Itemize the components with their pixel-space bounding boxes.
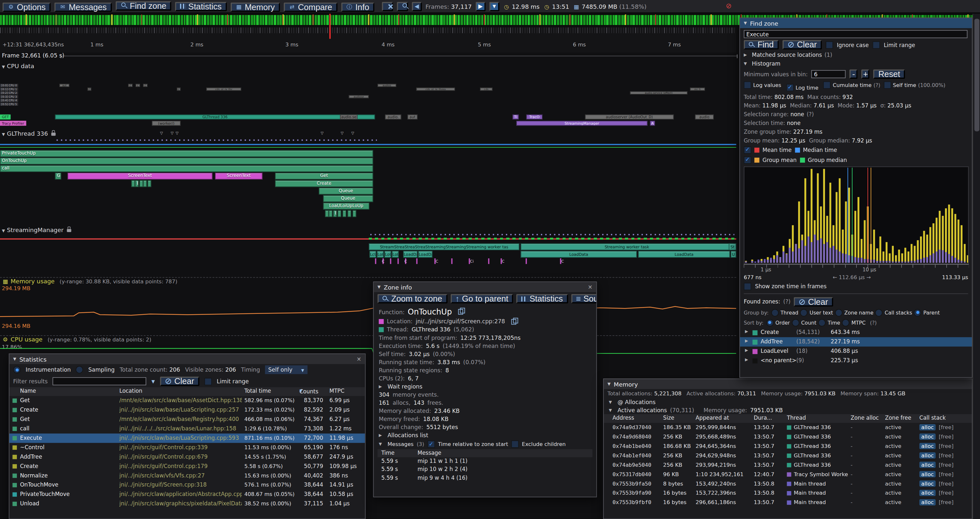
column-total-time[interactable]: Total time [245, 388, 271, 394]
gl-zone[interactable]: PrivateTouchUp [0, 150, 373, 157]
sample-dots[interactable] [55, 138, 377, 142]
column-zone-free[interactable]: Zone free [885, 415, 911, 421]
expand-arrow-icon[interactable]: ▶ [745, 338, 748, 343]
histogram-option-checkbox[interactable] [883, 81, 891, 89]
matched-locations-expander[interactable]: Matched source locations(1) [740, 51, 972, 59]
draw-mean-checkbox[interactable]: ✓ [744, 146, 751, 153]
expand-arrow-icon[interactable]: ▶ [745, 348, 748, 353]
zoom-frame-button[interactable] [489, 2, 500, 11]
time-relative-checkbox[interactable]: ✓ [427, 441, 435, 448]
toolbar-button[interactable]: Find zone [115, 1, 172, 10]
statistics-row[interactable]: PrivateTouchMove jni/../jni/src/claw/app… [10, 490, 365, 499]
cpu-thread-zone[interactable]: aut [407, 115, 418, 120]
gl-zone[interactable]: ScreenText [215, 172, 262, 179]
timeline-marker-icon[interactable]: ▽ [170, 131, 173, 135]
alloc-callstack-button[interactable]: alloc [920, 490, 935, 496]
statistics-row[interactable]: call jni/../jni/../../../src/claw/base/L… [10, 424, 365, 434]
cpu-zone[interactable]: č [135, 84, 140, 87]
message-tick[interactable] [434, 259, 435, 264]
streaming-zone[interactable]: LoadDaU [403, 251, 417, 258]
histogram-option-checkbox[interactable] [744, 81, 751, 89]
timeline-marker-icon[interactable]: ▽ [160, 131, 163, 135]
allocations-list-expander[interactable]: Allocations list [374, 431, 597, 439]
find-zone-query-input[interactable]: Execute [744, 30, 967, 38]
histogram-option-checkbox[interactable] [823, 81, 831, 89]
gl-zone[interactable]: E [333, 210, 337, 217]
found-zone-row[interactable]: ▶ Create (54,131) 643.34 ms [740, 327, 972, 337]
message-tick[interactable] [469, 259, 469, 264]
sort-by-radio[interactable] [766, 319, 773, 326]
found-zone-row[interactable]: ▶ LoadLevel (18) 406.88 µs [740, 347, 972, 356]
messages-expander[interactable]: Messages(3) ✓ Time relative to zone star… [374, 439, 597, 449]
ignore-case-checkbox[interactable] [826, 41, 833, 48]
cpu-zone[interactable]: ć [177, 88, 181, 91]
alloc-callstack-button[interactable]: alloc [920, 462, 935, 468]
sort-by-radio[interactable] [842, 319, 850, 326]
message-tick[interactable] [390, 259, 391, 264]
filter-input[interactable] [52, 377, 146, 385]
cpu-thread-zone[interactable]: StreamingManager [516, 121, 648, 126]
limit-range-checkbox[interactable] [204, 377, 212, 385]
message-tick[interactable] [452, 259, 452, 264]
message-tick[interactable] [501, 259, 502, 264]
bin-reset-button[interactable]: Reset [873, 69, 905, 79]
timeline-marker-icon[interactable]: ▽ [351, 131, 354, 135]
gl-zone[interactable]: ScreenText [67, 172, 212, 179]
alloc-callstack-button[interactable]: alloc [920, 443, 935, 449]
cpu-thread-zone[interactable]: TracO [526, 115, 542, 120]
statistics-titlebar[interactable]: ▼Statistics × [10, 354, 365, 364]
column-name[interactable]: Name [20, 388, 36, 394]
zone-info-titlebar[interactable]: ▼Zone info × [374, 282, 597, 292]
cpu-zone[interactable]: aut [59, 84, 69, 87]
zone-source-button[interactable]: ≡Source [571, 294, 597, 303]
cpu-zone[interactable]: audio.service (effect) [630, 91, 687, 94]
cpu-zone[interactable]: č [143, 84, 147, 87]
streaming-zone[interactable]: LoU [377, 251, 383, 258]
message-tick[interactable] [526, 259, 527, 264]
gl-zone[interactable]: Create [275, 180, 373, 187]
show-zone-time-checkbox[interactable] [744, 283, 751, 290]
timing-dropdown[interactable]: Self only▼ [265, 366, 307, 374]
close-icon[interactable]: × [356, 356, 361, 362]
alloc-callstack-button[interactable]: alloc [920, 481, 935, 487]
allocation-row[interactable]: 0x7553b9fa90 16 bytes 153,722,396ns 13:5… [604, 489, 972, 498]
column-appeared[interactable]: Appeared at [695, 415, 729, 421]
alloc-callstack-button[interactable]: alloc [920, 499, 935, 505]
active-allocations-expander[interactable]: Active allocations(70,311) Memory usage:… [604, 406, 972, 414]
cpu-thread-zone[interactable]: A [650, 121, 655, 126]
message-row[interactable]: 5.59 s mip 9 w 4 h 4 (16) [377, 474, 592, 482]
column-size[interactable]: Size [663, 415, 674, 421]
toolbar-button[interactable]: Compare [283, 2, 337, 12]
streaming-zone[interactable]: LoU [384, 251, 391, 258]
gl-zone[interactable]: Get [275, 172, 373, 179]
gl-zone[interactable] [325, 210, 329, 217]
statistics-row[interactable]: ~Control jni/../jni/src/guif/Control.cpp… [10, 443, 365, 452]
cpu-zone[interactable]: ć [88, 88, 91, 91]
found-zone-row[interactable]: ▶ AddTree (18,542) 227.19 ms [740, 337, 972, 347]
cpu-thread-zone[interactable]: GLThread 336 [55, 115, 375, 120]
alloc-callstack-button[interactable]: alloc [920, 434, 935, 440]
gl-zone[interactable] [148, 180, 151, 187]
column-zone-alloc[interactable]: Zone alloc [851, 415, 879, 421]
statistics-row[interactable]: Get /mnt/e/claw/src/claw/base/AssetDict.… [10, 396, 365, 406]
column-thread[interactable]: Thread [787, 415, 806, 421]
message-tick[interactable] [488, 259, 489, 264]
next-frame-button[interactable] [476, 2, 485, 11]
toolbar-button[interactable]: Messages [54, 2, 112, 12]
zoom-to-zone-button[interactable]: Zoom to zone [377, 294, 447, 303]
toolbar-button[interactable]: Options [3, 2, 51, 12]
statistics-row[interactable]: Get /mnt/e/claw/src/claw/base/Registry.h… [10, 415, 365, 424]
cpu-thread-zone[interactable]: Ti [512, 115, 519, 120]
message-row[interactable]: 5.59 s mip 10 w 2 h 2 (4) [377, 465, 592, 474]
close-icon[interactable]: × [588, 284, 593, 290]
cpu-zone[interactable]: cds_ol_rx_threa [417, 88, 455, 91]
gl-zone[interactable] [140, 180, 143, 187]
message-tick[interactable] [560, 259, 561, 264]
scrollbar-thumb[interactable] [975, 19, 979, 131]
gl-zone[interactable]: Queue [323, 195, 373, 202]
cpu-zone[interactable]: č [128, 84, 132, 87]
find-zone-titlebar[interactable]: ▼Find zone [740, 18, 972, 28]
cpu-zone[interactable]: audiose [348, 95, 369, 98]
message-row[interactable]: 5.59 s mip 11 w 1 h 1 (1) [377, 457, 592, 465]
allocation-row[interactable]: 0x7553b9fbf0 16 bytes 296,661,186ns 13:5… [604, 498, 972, 507]
